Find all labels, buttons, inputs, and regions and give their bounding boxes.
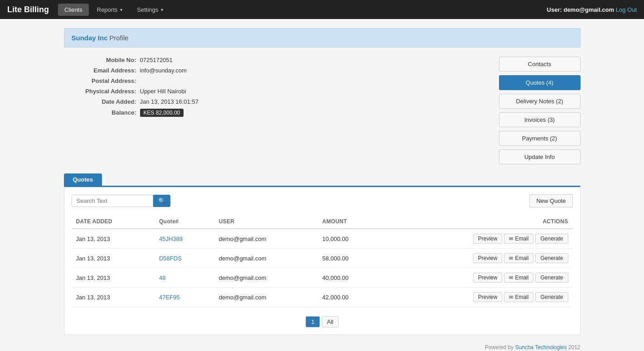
logout-link[interactable]: Log Out	[616, 6, 637, 13]
sidebar-btn-delivery-notes[interactable]: Delivery Notes (2)	[499, 94, 581, 109]
label-email: Email Address:	[64, 67, 136, 74]
info-row-postal: Postal Address:	[64, 77, 490, 84]
navbar: Lite Billing Clients Reports ▾ Settings …	[0, 0, 644, 19]
profile-body: Mobile No: 0725172051 Email Address: inf…	[64, 57, 581, 164]
settings-dropdown-icon: ▾	[161, 7, 163, 12]
sidebar-btn-invoices[interactable]: Invoices (3)	[499, 112, 581, 127]
nav-item-settings[interactable]: Settings ▾	[131, 4, 169, 16]
profile-sidebar: Contacts Quotes (4) Delivery Notes (2) I…	[499, 57, 581, 164]
footer-powered-by: Powered by	[485, 344, 513, 351]
generate-button[interactable]: Generate	[535, 253, 568, 263]
pagination: 1 All	[72, 316, 573, 327]
email-button[interactable]: ✉ Email	[504, 273, 533, 283]
value-physical: Upper Hill Nairobi	[140, 88, 186, 95]
quote-link[interactable]: D58FDS	[159, 255, 182, 262]
quotes-tab[interactable]: Quotes	[64, 173, 102, 186]
nav-menu: Clients Reports ▾ Settings ▾	[58, 4, 547, 16]
col-quote: Quote#	[155, 215, 214, 229]
col-user: USER	[214, 215, 318, 229]
quote-link[interactable]: 47EF95	[159, 294, 180, 301]
sidebar-btn-contacts[interactable]: Contacts	[499, 57, 581, 72]
cell-quote: D58FDS	[155, 249, 214, 268]
client-name: Sunday Inc	[72, 34, 108, 42]
table-row: Jan 13, 2013 47EF95 demo@gmail.com 42,00…	[72, 288, 573, 307]
preview-button[interactable]: Preview	[473, 253, 503, 263]
cell-amount: 40,000.00	[318, 268, 382, 288]
generate-button[interactable]: Generate	[535, 234, 568, 244]
page-all-button[interactable]: All	[322, 316, 338, 327]
cell-quote: 48	[155, 268, 214, 288]
table-row: Jan 13, 2013 48 demo@gmail.com 40,000.00…	[72, 268, 573, 288]
client-info: Mobile No: 0725172051 Email Address: inf…	[64, 57, 490, 164]
label-mobile: Mobile No:	[64, 57, 136, 63]
quote-link[interactable]: 48	[159, 274, 165, 281]
cell-date: Jan 13, 2013	[72, 288, 155, 307]
cell-date: Jan 13, 2013	[72, 229, 155, 249]
email-button[interactable]: ✉ Email	[504, 253, 533, 263]
nav-item-clients[interactable]: Clients	[58, 4, 89, 16]
info-row-physical: Physical Address: Upper Hill Nairobi	[64, 88, 490, 95]
label-physical: Physical Address:	[64, 88, 136, 95]
page-1-button[interactable]: 1	[305, 316, 320, 327]
cell-actions: Preview ✉ Email Generate	[382, 249, 572, 268]
cell-amount: 10,000.00	[318, 229, 382, 249]
search-icon: 🔍	[158, 197, 165, 204]
sidebar-btn-quotes[interactable]: Quotes (4)	[499, 75, 581, 90]
email-icon: ✉	[509, 236, 513, 242]
preview-button[interactable]: Preview	[473, 234, 503, 244]
cell-amount: 42,000.00	[318, 288, 382, 307]
info-row-email: Email Address: info@sunday.com	[64, 67, 490, 74]
value-mobile: 0725172051	[140, 57, 173, 63]
email-icon: ✉	[509, 255, 513, 261]
preview-button[interactable]: Preview	[473, 273, 503, 283]
footer-company-link[interactable]: Suncha Technologies	[515, 344, 567, 351]
quotes-table: DATE ADDED Quote# USER AMOUNT ACTIONS Ja…	[72, 215, 573, 307]
generate-button[interactable]: Generate	[535, 273, 568, 283]
email-button[interactable]: ✉ Email	[504, 292, 533, 302]
user-info: User: demo@gmail.com Log Out	[547, 6, 637, 13]
preview-button[interactable]: Preview	[473, 292, 503, 302]
cell-user: demo@gmail.com	[214, 288, 318, 307]
generate-button[interactable]: Generate	[535, 292, 568, 302]
label-date: Date Added:	[64, 98, 136, 105]
quote-link[interactable]: 45JH389	[159, 236, 183, 242]
search-input[interactable]	[72, 195, 153, 207]
quotes-section: Quotes 🔍 New Quote DATE ADDED Quote#	[64, 173, 581, 335]
nav-item-reports[interactable]: Reports ▾	[91, 4, 129, 16]
label-postal: Postal Address:	[64, 77, 136, 84]
table-row: Jan 13, 2013 D58FDS demo@gmail.com 58,00…	[72, 249, 573, 268]
info-row-date: Date Added: Jan 13, 2013 16:01:57	[64, 98, 490, 105]
app-brand: Lite Billing	[7, 5, 49, 14]
main-container: Sunday Inc Profile Mobile No: 0725172051…	[55, 28, 590, 351]
cell-actions: Preview ✉ Email Generate	[382, 229, 572, 249]
sidebar-btn-payments[interactable]: Payments (2)	[499, 131, 581, 146]
col-amount: AMOUNT	[318, 215, 382, 229]
cell-quote: 47EF95	[155, 288, 214, 307]
new-quote-button[interactable]: New Quote	[529, 194, 572, 207]
table-row: Jan 13, 2013 45JH389 demo@gmail.com 10,0…	[72, 229, 573, 249]
cell-user: demo@gmail.com	[214, 268, 318, 288]
quotes-section-body: 🔍 New Quote DATE ADDED Quote# USER AMOUN…	[64, 186, 581, 335]
profile-header: Sunday Inc Profile	[64, 28, 581, 48]
info-row-mobile: Mobile No: 0725172051	[64, 57, 490, 63]
quotes-toolbar: 🔍 New Quote	[72, 194, 573, 207]
label-balance: Balance:	[64, 109, 136, 116]
col-actions: ACTIONS	[382, 215, 572, 229]
user-email: demo@gmail.com	[563, 6, 614, 13]
cell-quote: 45JH389	[155, 229, 214, 249]
cell-user: demo@gmail.com	[214, 249, 318, 268]
search-group: 🔍	[72, 195, 170, 207]
quotes-tbody: Jan 13, 2013 45JH389 demo@gmail.com 10,0…	[72, 229, 573, 307]
reports-dropdown-icon: ▾	[120, 7, 122, 12]
cell-actions: Preview ✉ Email Generate	[382, 268, 572, 288]
info-row-balance: Balance: KES 82,000.00	[64, 109, 490, 117]
email-button[interactable]: ✉ Email	[504, 234, 533, 244]
cell-date: Jan 13, 2013	[72, 268, 155, 288]
footer: Powered by Suncha Technologies 2012	[64, 344, 581, 351]
cell-date: Jan 13, 2013	[72, 249, 155, 268]
col-date: DATE ADDED	[72, 215, 155, 229]
search-button[interactable]: 🔍	[153, 195, 170, 207]
cell-amount: 58,000.00	[318, 249, 382, 268]
sidebar-btn-update-info[interactable]: Update Info	[499, 149, 581, 164]
value-email: info@sunday.com	[140, 67, 187, 74]
